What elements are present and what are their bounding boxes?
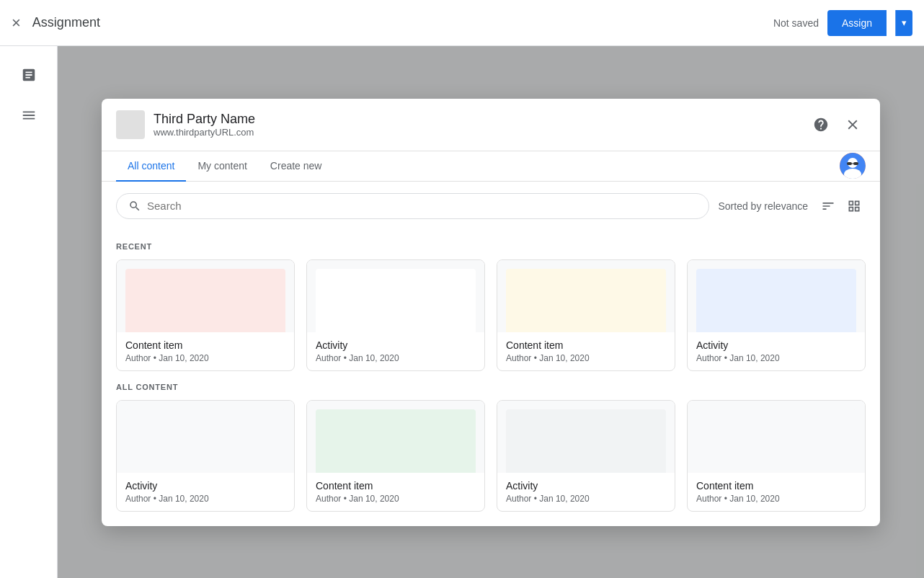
- card-all-1[interactable]: Content item Author • Jan 10, 2020: [306, 400, 485, 512]
- card-thumbnail-recent-0: [117, 260, 294, 332]
- card-thumbnail-recent-1: [307, 260, 484, 332]
- sidebar: [0, 46, 58, 578]
- svg-rect-3: [847, 162, 852, 165]
- not-saved-label: Not saved: [773, 17, 819, 29]
- card-thumb-color-recent-0: [125, 269, 285, 332]
- card-title-recent-2: Content item: [506, 339, 666, 351]
- card-recent-1[interactable]: Activity Author • Jan 10, 2020: [306, 259, 485, 371]
- main-area: Third Party Name www.thirdpartyURL.com: [58, 46, 924, 578]
- card-meta-all-0: Author • Jan 10, 2020: [125, 494, 285, 504]
- tab-all-content[interactable]: All content: [116, 151, 186, 182]
- card-thumbnail-recent-2: [497, 260, 675, 332]
- user-avatar[interactable]: [840, 153, 866, 179]
- card-info-recent-3: Activity Author • Jan 10, 2020: [688, 332, 865, 370]
- modal-title: Third Party Name: [154, 112, 808, 127]
- app-content: Third Party Name www.thirdpartyURL.com: [0, 46, 924, 578]
- card-title-all-1: Content item: [316, 480, 476, 492]
- card-thumb-color-all-0: [125, 409, 285, 473]
- app-title: Assignment: [32, 15, 773, 30]
- card-thumb-color-all-2: [506, 409, 666, 473]
- assign-dropdown-arrow: ▾: [902, 17, 907, 28]
- card-thumbnail-all-3: [688, 401, 865, 473]
- card-thumb-color-recent-2: [506, 269, 666, 332]
- card-thumbnail-all-1: [307, 401, 484, 473]
- search-bar: Sorted by relevance: [102, 182, 880, 231]
- card-title-all-0: Activity: [125, 480, 285, 492]
- card-meta-recent-0: Author • Jan 10, 2020: [125, 353, 285, 363]
- tabs: All content My content Create new: [102, 151, 880, 182]
- card-title-all-2: Activity: [506, 480, 666, 492]
- sort-by-label: Sorted by relevance: [718, 200, 808, 212]
- card-info-recent-1: Activity Author • Jan 10, 2020: [307, 332, 484, 370]
- search-input[interactable]: [147, 200, 697, 212]
- modal-header-actions: [808, 112, 866, 138]
- recent-cards-grid: Content item Author • Jan 10, 2020 Activ…: [116, 259, 866, 371]
- card-title-recent-1: Activity: [316, 339, 476, 351]
- sort-options-button[interactable]: [817, 195, 840, 218]
- card-info-recent-0: Content item Author • Jan 10, 2020: [117, 332, 294, 370]
- card-thumb-color-all-3: [696, 409, 856, 473]
- card-recent-2[interactable]: Content item Author • Jan 10, 2020: [497, 259, 675, 371]
- all-content-cards-grid: Activity Author • Jan 10, 2020 Content i…: [116, 400, 866, 512]
- app-close-icon[interactable]: ×: [12, 14, 21, 32]
- recent-section-label: RECENT: [116, 242, 866, 251]
- modal-overlay: Third Party Name www.thirdpartyURL.com: [58, 46, 924, 578]
- card-title-recent-0: Content item: [125, 339, 285, 351]
- view-icons: [817, 195, 866, 218]
- assign-dropdown-button[interactable]: ▾: [895, 10, 912, 36]
- tab-avatar-area: [840, 153, 866, 179]
- card-info-recent-2: Content item Author • Jan 10, 2020: [497, 332, 675, 370]
- card-thumbnail-all-0: [117, 401, 294, 473]
- card-all-2[interactable]: Activity Author • Jan 10, 2020: [497, 400, 675, 512]
- card-title-all-3: Content item: [696, 480, 856, 492]
- sidebar-item-list[interactable]: [12, 98, 46, 133]
- tab-create-new[interactable]: Create new: [259, 151, 334, 182]
- card-thumbnail-all-2: [497, 401, 675, 473]
- card-thumbnail-recent-3: [688, 260, 865, 332]
- app-header-right: Not saved Assign ▾: [773, 10, 912, 36]
- modal-logo: [116, 110, 145, 139]
- modal-content: RECENT Content item Author • Jan 10, 202…: [102, 231, 880, 526]
- card-thumb-color-all-1: [316, 409, 476, 473]
- card-all-0[interactable]: Activity Author • Jan 10, 2020: [116, 400, 295, 512]
- card-recent-3[interactable]: Activity Author • Jan 10, 2020: [687, 259, 866, 371]
- search-input-wrapper[interactable]: [116, 193, 709, 219]
- card-title-recent-3: Activity: [696, 339, 856, 351]
- card-meta-all-3: Author • Jan 10, 2020: [696, 494, 856, 504]
- modal-header: Third Party Name www.thirdpartyURL.com: [102, 99, 880, 151]
- card-meta-recent-2: Author • Jan 10, 2020: [506, 353, 666, 363]
- app-background: × Assignment Not saved Assign ▾: [0, 0, 924, 578]
- app-header: × Assignment Not saved Assign ▾: [0, 0, 924, 46]
- card-thumb-color-recent-1: [316, 269, 476, 332]
- card-meta-recent-3: Author • Jan 10, 2020: [696, 353, 856, 363]
- assign-button[interactable]: Assign: [827, 10, 887, 36]
- card-recent-0[interactable]: Content item Author • Jan 10, 2020: [116, 259, 295, 371]
- card-info-all-0: Activity Author • Jan 10, 2020: [117, 473, 294, 511]
- card-thumb-color-recent-3: [696, 269, 856, 332]
- card-all-3[interactable]: Content item Author • Jan 10, 2020: [687, 400, 866, 512]
- all-content-section-label: ALL CONTENT: [116, 383, 866, 391]
- modal-dialog: Third Party Name www.thirdpartyURL.com: [102, 99, 880, 526]
- modal-url: www.thirdpartyURL.com: [154, 127, 808, 138]
- card-meta-all-1: Author • Jan 10, 2020: [316, 494, 476, 504]
- help-button[interactable]: [808, 112, 834, 138]
- tab-my-content[interactable]: My content: [186, 151, 258, 182]
- svg-rect-4: [853, 162, 858, 165]
- card-info-all-3: Content item Author • Jan 10, 2020: [688, 473, 865, 511]
- search-icon: [128, 200, 141, 213]
- sidebar-item-assignment[interactable]: [12, 58, 46, 92]
- grid-view-button[interactable]: [843, 195, 866, 218]
- card-info-all-1: Content item Author • Jan 10, 2020: [307, 473, 484, 511]
- card-meta-recent-1: Author • Jan 10, 2020: [316, 353, 476, 363]
- modal-close-button[interactable]: [840, 112, 866, 138]
- modal-header-info: Third Party Name www.thirdpartyURL.com: [154, 112, 808, 138]
- card-info-all-2: Activity Author • Jan 10, 2020: [497, 473, 675, 511]
- card-meta-all-2: Author • Jan 10, 2020: [506, 494, 666, 504]
